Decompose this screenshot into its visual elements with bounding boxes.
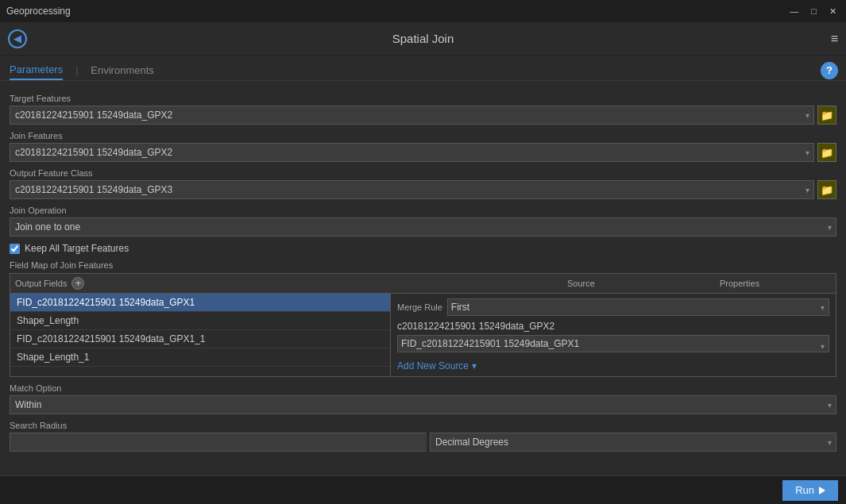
run-arrow-icon [819,487,825,494]
source-field-select-wrapper: FID_c20181224215901 15249data_GPX1 [397,335,829,357]
target-features-select-wrapper: c20181224215901 15249data_GPX2 [10,106,814,125]
target-features-row: c20181224215901 15249data_GPX2 📁 [10,106,836,125]
tab-environments[interactable]: Environments [91,61,153,79]
join-operation-label: Join Operation [10,206,836,215]
source-dataset-name: c20181224215901 15249data_GPX2 [397,321,829,332]
target-features-label: Target Features [10,94,836,103]
field-map-label: Field Map of Join Features [10,260,836,270]
tab-divider: | [75,65,78,76]
run-button-label: Run [795,484,814,496]
restore-button[interactable]: □ [808,6,820,17]
fieldmap-body: FID_c20181224215901 15249data_GPX1 Shape… [10,294,836,376]
titlebar-title: Geoprocessing [6,6,71,17]
merge-rule-row: Merge Rule First [397,298,829,316]
fieldmap-container: Output Fields + Source Properties FID_c2… [10,273,836,377]
bottom-bar: Run [0,475,846,504]
add-new-source-label: Add New Source [397,360,469,371]
header: ◀ Spatial Join ≡ [0,22,846,56]
match-option-select[interactable]: Within [10,395,836,414]
fieldmap-source-label: Source [561,279,720,288]
close-button[interactable]: ✕ [826,6,840,17]
search-radius-label: Search Radius [10,421,836,430]
search-radius-input[interactable] [10,433,427,452]
output-feature-class-select-wrapper: c20181224215901 15249data_GPX3 [10,180,814,199]
list-item[interactable]: Shape_Length [10,312,390,330]
output-feature-class-row: c20181224215901 15249data_GPX3 📁 [10,180,836,199]
output-fields-label: Output Fields [15,279,67,288]
join-features-select[interactable]: c20181224215901 15249data_GPX2 [10,143,814,162]
list-item[interactable]: FID_c20181224215901 15249data_GPX1 [10,294,390,312]
list-item[interactable]: FID_c20181224215901 15249data_GPX1_1 [10,330,390,348]
match-option-label: Match Option [10,383,836,393]
target-features-folder-button[interactable]: 📁 [817,106,836,125]
output-feature-class-folder-button[interactable]: 📁 [817,180,836,199]
match-option-select-wrapper: Within [10,395,836,414]
merge-rule-label: Merge Rule [397,302,442,312]
titlebar: Geoprocessing — □ ✕ [0,0,846,22]
add-new-source-chevron-icon: ▾ [472,360,477,371]
main-content: Target Features c20181224215901 15249dat… [0,81,846,474]
tabs-bar: Parameters | Environments ? [0,56,846,81]
join-features-folder-button[interactable]: 📁 [817,143,836,162]
search-radius-unit-select[interactable]: Decimal Degrees [430,433,836,452]
target-features-select[interactable]: c20181224215901 15249data_GPX2 [10,106,814,125]
join-operation-select[interactable]: Join one to one [10,217,836,237]
output-feature-class-select[interactable]: c20181224215901 15249data_GPX3 [10,180,814,199]
search-radius-row: Decimal Degrees [10,433,836,452]
keep-all-checkbox[interactable] [10,244,20,254]
keep-all-label: Keep All Target Features [25,243,129,254]
help-button[interactable]: ? [821,62,838,79]
fieldmap-header: Output Fields + Source Properties [10,274,836,294]
add-new-source-button[interactable]: Add New Source ▾ [397,360,829,371]
add-field-button[interactable]: + [71,277,84,290]
menu-button[interactable]: ≡ [831,32,838,46]
fieldmap-header-left: Output Fields + [15,277,561,290]
fieldmap-source-panel: Merge Rule First c20181224215901 15249da… [391,294,836,376]
fieldmap-fields-list: FID_c20181224215901 15249data_GPX1 Shape… [10,294,391,376]
search-radius-unit-wrapper: Decimal Degrees [430,433,836,452]
output-feature-class-label: Output Feature Class [10,168,836,178]
join-features-select-wrapper: c20181224215901 15249data_GPX2 [10,143,814,162]
minimize-button[interactable]: — [786,6,802,17]
tab-parameters[interactable]: Parameters [10,60,63,80]
fieldmap-properties-label: Properties [720,279,831,288]
titlebar-controls: — □ ✕ [786,6,840,17]
merge-rule-select-wrapper: First [447,298,829,316]
source-field-select[interactable]: FID_c20181224215901 15249data_GPX1 [397,335,829,352]
keep-all-row: Keep All Target Features [10,243,836,254]
back-button[interactable]: ◀ [8,29,27,48]
join-operation-select-wrapper: Join one to one [10,217,836,237]
page-title: Spatial Join [392,32,454,45]
list-item[interactable]: Shape_Length_1 [10,348,390,367]
run-button[interactable]: Run [782,480,838,501]
merge-rule-select[interactable]: First [447,298,829,316]
join-features-row: c20181224215901 15249data_GPX2 📁 [10,143,836,162]
join-features-label: Join Features [10,131,836,140]
